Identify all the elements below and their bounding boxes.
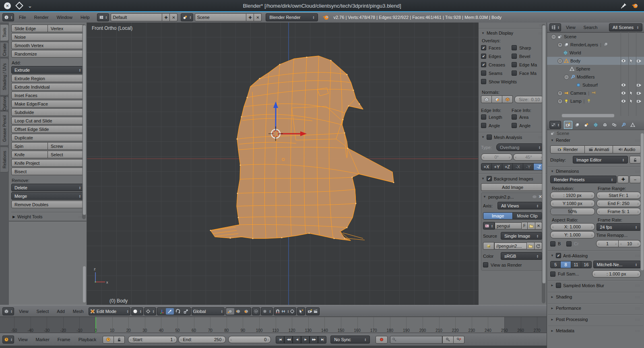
- panel-header-metadata[interactable]: ►Metadata::::: [550, 326, 641, 334]
- outliner-row-camera[interactable]: +Camera|: [547, 89, 644, 97]
- info-checkbox-length[interactable]: Length: [481, 113, 512, 121]
- play-reverse-button[interactable]: ◀: [293, 336, 301, 344]
- image-filepath-field[interactable]: //penguin2....: [494, 242, 527, 249]
- toolshelf-tab-grease-pencil[interactable]: Grease Pencil: [0, 111, 9, 146]
- outliner-row-body[interactable]: −Body: [547, 57, 644, 65]
- manipulator-rotate-button[interactable]: [174, 308, 182, 315]
- layout-delete-button[interactable]: ✕: [170, 13, 178, 21]
- info-checkbox-area[interactable]: Area: [512, 113, 544, 121]
- preset-remove-button[interactable]: −: [630, 176, 641, 183]
- info-menu-file[interactable]: File: [15, 15, 30, 20]
- viewport-3d[interactable]: x z Front Ortho (Local) (0) Body: [87, 23, 478, 305]
- panel-header-render[interactable]: ▼Render::::: [550, 136, 641, 144]
- face-normals-button[interactable]: [502, 95, 513, 103]
- outliner-row-modifiers[interactable]: −Modifiers: [547, 73, 644, 81]
- preview-range-button[interactable]: [103, 336, 114, 344]
- outliner-menu-search[interactable]: Search: [580, 25, 602, 30]
- outliner-filter-select[interactable]: All Scenes▲▼: [609, 23, 642, 31]
- analysis-angle-min-field[interactable]: 0°: [481, 153, 512, 161]
- aa-samples-16[interactable]: 16: [581, 261, 591, 268]
- properties-tab-data[interactable]: [629, 121, 637, 129]
- timeline-frames-area[interactable]: -50-40-30-20-100102030405060708090100110…: [0, 317, 547, 333]
- info-checkbox-angle-2[interactable]: Angle: [481, 121, 512, 130]
- collapse-toggle[interactable]: −: [551, 34, 556, 39]
- axis-toggle-minusy[interactable]: -Y: [523, 164, 534, 170]
- properties-tab-wrench[interactable]: [619, 121, 628, 129]
- cursor-toggle[interactable]: [629, 99, 634, 104]
- viewport-shading-select[interactable]: ▲▼: [131, 307, 143, 315]
- aa-samples-5[interactable]: 5: [551, 261, 561, 268]
- properties-scrollbar[interactable]: [640, 133, 644, 271]
- viewport-menu-select[interactable]: Select: [33, 309, 53, 314]
- toolshelf-tab-relations[interactable]: Relations: [0, 147, 9, 172]
- tool-button-bisect[interactable]: Bisect: [11, 168, 84, 175]
- properties-tab-constraint[interactable]: [610, 121, 619, 129]
- properties-tab-scene[interactable]: [582, 121, 591, 129]
- render-engine-select[interactable]: Blender Render▲▼: [266, 13, 318, 21]
- collapse-toggle[interactable]: −: [564, 75, 569, 80]
- transform-orientation-select[interactable]: Global▲▼: [192, 307, 225, 315]
- resolution-y-field[interactable]: Y:1080 px: [550, 200, 595, 207]
- expand-toggle[interactable]: +: [557, 99, 563, 104]
- next-keyframe-button[interactable]: ▶▶: [310, 336, 318, 344]
- previous-keyframe-button[interactable]: ◀◀: [284, 336, 293, 344]
- editor-type-3d-button[interactable]: ▲▼: [2, 307, 14, 315]
- outliner-row-subsurf[interactable]: Subsurf: [547, 81, 644, 89]
- overlay-checkbox-faces[interactable]: ✔Faces: [481, 44, 512, 52]
- collapse-toggle[interactable]: −: [557, 58, 563, 64]
- sync-mode-select[interactable]: No Sync▲▼: [330, 336, 370, 344]
- show-weights-checkbox[interactable]: Show Weights: [481, 77, 544, 86]
- resolution-x-field[interactable]: : 1920 px: [550, 192, 595, 199]
- info-menu-window[interactable]: Window: [53, 15, 76, 20]
- toolshelf-tab-tools[interactable]: Tools: [0, 24, 9, 41]
- open-image-button[interactable]: [528, 222, 535, 230]
- tool-button-slide-edge[interactable]: Slide Edge: [11, 25, 48, 32]
- remap-old-field[interactable]: 1: [596, 240, 619, 247]
- info-menu-help[interactable]: Help: [76, 15, 94, 20]
- scene-field[interactable]: Scene: [195, 13, 246, 21]
- outliner-menu-view[interactable]: View: [562, 25, 580, 30]
- properties-tab-render[interactable]: [564, 121, 572, 129]
- bg-tab-movie-clip[interactable]: Movie Clip: [513, 213, 542, 219]
- properties-tab-layers[interactable]: [573, 121, 582, 129]
- toolshelf-scrollbar[interactable]: [83, 25, 86, 215]
- background-image-name[interactable]: penguin2.p...: [488, 195, 514, 199]
- outliner-row-world[interactable]: World: [547, 49, 644, 57]
- layout-add-button[interactable]: ✚: [162, 13, 170, 21]
- axis-toggle-plusz[interactable]: +Z: [502, 164, 513, 170]
- tool-button-select[interactable]: Select: [48, 151, 84, 158]
- play-button[interactable]: ▶: [301, 336, 310, 344]
- properties-tab-cube[interactable]: [601, 121, 609, 129]
- tool-button-make-edge-face[interactable]: Make Edge/Face: [11, 100, 84, 108]
- manipulator-translate-button[interactable]: [166, 308, 174, 315]
- tool-button-knife[interactable]: Knife: [11, 151, 48, 158]
- tool-menu-merge[interactable]: Merge▲▼: [11, 192, 84, 200]
- viewport-menu-add[interactable]: Add: [53, 309, 69, 314]
- tool-button-vertex[interactable]: Vertex: [48, 25, 84, 32]
- panel-header-dimensions[interactable]: ▼Dimensions::::: [550, 167, 641, 175]
- eye-toggle[interactable]: [621, 58, 626, 64]
- tool-button-remove-doubles[interactable]: Remove Doubles: [11, 201, 84, 208]
- limit-to-visible-button[interactable]: [252, 307, 260, 315]
- fps-select[interactable]: 24 fps▲▼: [597, 223, 641, 231]
- tool-button-subdivide[interactable]: Subdivide: [11, 108, 84, 116]
- analysis-angle-max-field[interactable]: 45°: [513, 153, 545, 161]
- tool-menu-delete[interactable]: Delete▲▼: [11, 184, 84, 191]
- window-menu-chevron-icon[interactable]: ⌄: [28, 3, 32, 9]
- full-sample-checkbox[interactable]: Full Sam...: [550, 271, 590, 277]
- panel-header-shading[interactable]: ►Shading::::: [550, 292, 641, 300]
- overlay-checkbox-edge-ma[interactable]: Edge Ma: [512, 60, 544, 69]
- lock-interface-button[interactable]: [630, 156, 641, 164]
- reload-image-button[interactable]: [535, 242, 542, 250]
- render-display-select[interactable]: Image Editor▲▼: [573, 156, 628, 164]
- frame-start-field[interactable]: Start Fr: 1: [597, 192, 641, 199]
- proportional-edit-select[interactable]: ▲▼: [261, 307, 273, 315]
- pack-file-icon[interactable]: [483, 242, 494, 250]
- crop-checkbox[interactable]: Cr: [566, 240, 594, 247]
- panel-header-weight-tools[interactable]: ► Weight Tools::::: [11, 212, 84, 219]
- panel-header-performance[interactable]: ►Performance::::: [550, 304, 641, 312]
- resolution-percentage-slider[interactable]: 50%: [550, 208, 595, 215]
- vertex-normals-button[interactable]: [481, 95, 492, 103]
- overlay-checkbox-face-ma[interactable]: Face Ma: [512, 69, 544, 77]
- npanel-scrollbar[interactable]: [542, 25, 546, 284]
